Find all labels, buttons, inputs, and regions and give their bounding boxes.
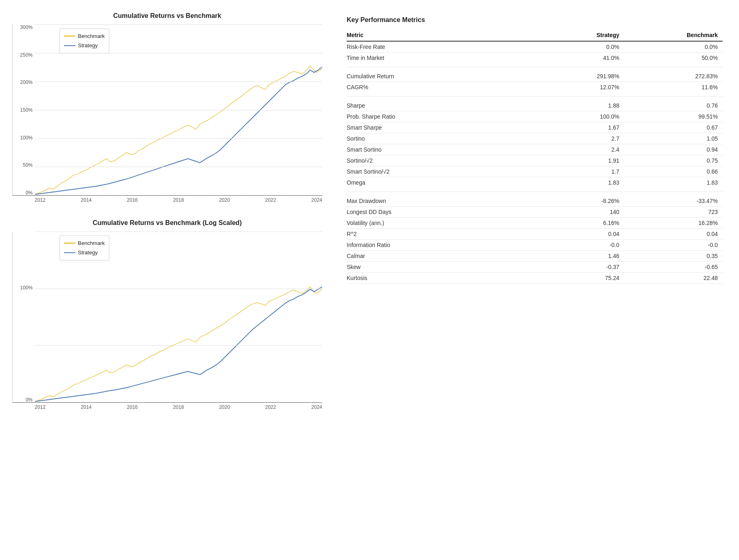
header-metric: Metric [347, 29, 526, 41]
metric-name: R^2 [347, 229, 526, 240]
table-row: Risk-Free Rate0.0%0.0% [347, 41, 723, 53]
metric-strategy-value: 0.0% [526, 41, 624, 53]
table-row: Max Drawdown-8.26%-33.47% [347, 192, 723, 207]
metric-strategy-value: 1.83 [526, 177, 624, 192]
metric-benchmark-value: -0.65 [624, 262, 723, 273]
metric-strategy-value: 1.88 [526, 97, 624, 111]
header-strategy: Strategy [526, 29, 624, 41]
metric-benchmark-value: 50.0% [624, 53, 723, 67]
metric-benchmark-value: 1.05 [624, 133, 723, 144]
metric-benchmark-value: 22.48 [624, 273, 723, 284]
table-row: Omega1.831.83 [347, 177, 723, 192]
metric-strategy-value: 140 [526, 207, 624, 218]
metric-name: Risk-Free Rate [347, 41, 526, 53]
metric-name: Skew [347, 262, 526, 273]
table-row: R^20.040.04 [347, 229, 723, 240]
metric-strategy-value: 6.16% [526, 218, 624, 229]
metric-name: Prob. Sharpe Ratio [347, 111, 526, 122]
metric-benchmark-value: 0.66 [624, 166, 723, 177]
table-row: Sharpe1.880.76 [347, 97, 723, 111]
metric-name: Longest DD Days [347, 207, 526, 218]
chart1-inner: Benchmark Strategy [35, 24, 322, 195]
metric-benchmark-value: 0.76 [624, 97, 723, 111]
legend2-benchmark-label: Benchmark [78, 238, 105, 248]
metric-benchmark-value: 99.51% [624, 111, 723, 122]
table-row: Longest DD Days140723 [347, 207, 723, 218]
legend-benchmark: Benchmark [64, 31, 105, 41]
metrics-column: Key Performance Metrics Metric Strategy … [339, 12, 731, 410]
metric-strategy-value: -8.26% [526, 192, 624, 207]
table-row: Kurtosis75.2422.48 [347, 273, 723, 284]
chart1-x-labels: 2012 2014 2016 2018 2020 2022 2024 [12, 196, 322, 203]
chart1-area: Benchmark Strategy [12, 24, 322, 196]
legend-strategy: Strategy [64, 41, 105, 50]
legend2-strategy: Strategy [64, 248, 105, 257]
table-row: Smart Sortino/√21.70.66 [347, 166, 723, 177]
metric-name: Smart Sortino [347, 144, 526, 155]
metric-benchmark-value: 16.28% [624, 218, 723, 229]
table-row: Cumulative Return291.98%272.83% [347, 67, 723, 82]
metric-name: Sharpe [347, 97, 526, 111]
metric-strategy-value: 41.0% [526, 53, 624, 67]
header-benchmark: Benchmark [624, 29, 723, 41]
chart2-x-labels: 2012 2014 2016 2018 2020 2022 2024 [12, 403, 322, 410]
metric-strategy-value: 0.04 [526, 229, 624, 240]
metric-name: CAGR% [347, 82, 526, 97]
metric-name: Cumulative Return [347, 67, 526, 82]
metric-strategy-value: 75.24 [526, 273, 624, 284]
metric-name: Information Ratio [347, 240, 526, 251]
metric-name: Smart Sharpe [347, 122, 526, 133]
charts-column: Cumulative Returns vs Benchmark 300% 250… [8, 12, 326, 410]
metric-benchmark-value: -0.0 [624, 240, 723, 251]
table-row: Sortino2.71.05 [347, 133, 723, 144]
legend-benchmark-label: Benchmark [78, 31, 105, 41]
metric-benchmark-value: 11.6% [624, 82, 723, 97]
metric-benchmark-value: 1.83 [624, 177, 723, 192]
metric-name: Sortino/√2 [347, 155, 526, 166]
metric-strategy-value: 1.7 [526, 166, 624, 177]
metric-benchmark-value: 272.83% [624, 67, 723, 82]
chart2-wrapper: Cumulative Returns vs Benchmark (Log Sca… [8, 219, 326, 410]
metric-name: Calmar [347, 251, 526, 262]
table-header-row: Metric Strategy Benchmark [347, 29, 723, 41]
metric-benchmark-value: -33.47% [624, 192, 723, 207]
chart2-inner: Benchmark Strategy [35, 231, 322, 402]
chart1-legend: Benchmark Strategy [60, 29, 109, 53]
chart1-title: Cumulative Returns vs Benchmark [113, 12, 221, 20]
table-row: Skew-0.37-0.65 [347, 262, 723, 273]
metric-strategy-value: 1.67 [526, 122, 624, 133]
metric-benchmark-value: 0.04 [624, 229, 723, 240]
chart2-legend: Benchmark Strategy [60, 236, 109, 260]
metric-strategy-value: -0.0 [526, 240, 624, 251]
metrics-title: Key Performance Metrics [347, 16, 723, 24]
metric-benchmark-value: 0.0% [624, 41, 723, 53]
metric-benchmark-value: 0.67 [624, 122, 723, 133]
table-row: Information Ratio-0.0-0.0 [347, 240, 723, 251]
benchmark2-line-color [64, 243, 75, 244]
metric-name: Kurtosis [347, 273, 526, 284]
metric-strategy-value: 2.4 [526, 144, 624, 155]
table-row: CAGR%12.07%11.6% [347, 82, 723, 97]
metric-strategy-value: 291.98% [526, 67, 624, 82]
table-row: Volatility (ann.)6.16%16.28% [347, 218, 723, 229]
main-container: Cumulative Returns vs Benchmark 300% 250… [0, 0, 739, 422]
metric-strategy-value: 2.7 [526, 133, 624, 144]
metric-name: Time in Market [347, 53, 526, 67]
metrics-table: Metric Strategy Benchmark Risk-Free Rate… [347, 29, 723, 284]
table-row: Time in Market41.0%50.0% [347, 53, 723, 67]
legend2-strategy-label: Strategy [78, 248, 97, 257]
metric-benchmark-value: 0.94 [624, 144, 723, 155]
chart2-title: Cumulative Returns vs Benchmark (Log Sca… [93, 219, 241, 227]
table-row: Sortino/√21.910.75 [347, 155, 723, 166]
metric-benchmark-value: 723 [624, 207, 723, 218]
metric-name: Omega [347, 177, 526, 192]
table-row: Calmar1.460.35 [347, 251, 723, 262]
metric-strategy-value: 100.0% [526, 111, 624, 122]
table-row: Smart Sharpe1.670.67 [347, 122, 723, 133]
table-row: Prob. Sharpe Ratio100.0%99.51% [347, 111, 723, 122]
chart1-wrapper: Cumulative Returns vs Benchmark 300% 250… [8, 12, 326, 203]
metric-name: Max Drawdown [347, 192, 526, 207]
metric-strategy-value: 1.91 [526, 155, 624, 166]
metric-name: Smart Sortino/√2 [347, 166, 526, 177]
chart2-area: Benchmark Strategy [12, 231, 322, 403]
